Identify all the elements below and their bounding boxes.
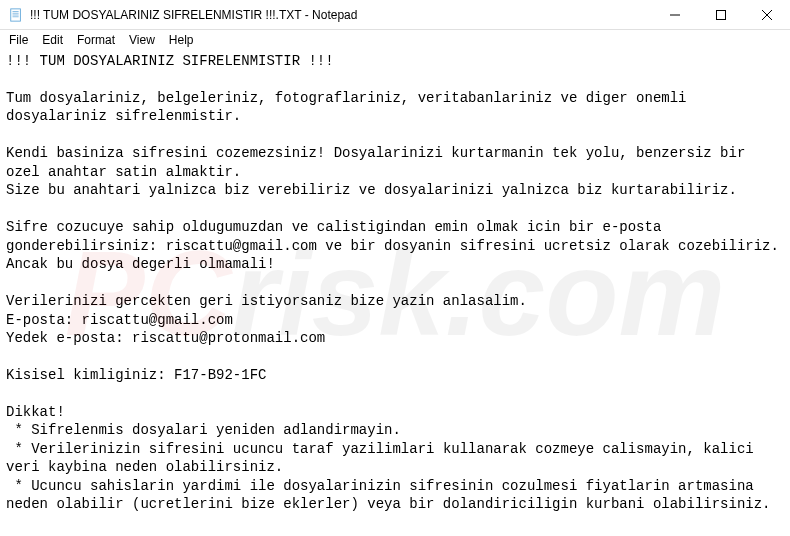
menu-edit[interactable]: Edit	[35, 31, 70, 49]
window-controls	[652, 0, 790, 29]
text-content-area[interactable]: PCrisk.com!!! TUM DOSYALARINIZ SIFRELENM…	[0, 50, 790, 536]
svg-rect-6	[717, 11, 726, 20]
menu-help[interactable]: Help	[162, 31, 201, 49]
menu-file[interactable]: File	[2, 31, 35, 49]
maximize-button[interactable]	[698, 0, 744, 30]
close-button[interactable]	[744, 0, 790, 30]
window-title: !!! TUM DOSYALARINIZ SIFRELENMISTIR !!!.…	[30, 8, 652, 22]
minimize-button[interactable]	[652, 0, 698, 30]
document-text: !!! TUM DOSYALARINIZ SIFRELENMISTIR !!! …	[6, 53, 779, 512]
titlebar: !!! TUM DOSYALARINIZ SIFRELENMISTIR !!!.…	[0, 0, 790, 30]
menu-view[interactable]: View	[122, 31, 162, 49]
menubar: File Edit Format View Help	[0, 30, 790, 50]
menu-format[interactable]: Format	[70, 31, 122, 49]
notepad-icon	[8, 7, 24, 23]
